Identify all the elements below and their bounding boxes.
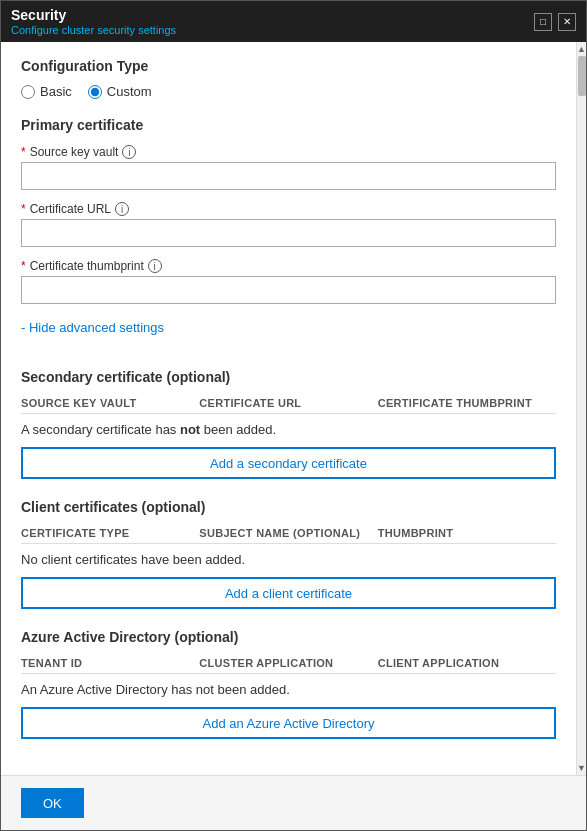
- aad-table-header: Tenant ID Cluster Application Client App…: [21, 653, 556, 674]
- source-key-vault-label-text: Source key vault: [30, 145, 119, 159]
- client-cert-col-2: Subject Name (Optional): [199, 527, 377, 539]
- secondary-cert-title: Secondary certificate (optional): [21, 369, 556, 385]
- radio-basic-text: Basic: [40, 84, 72, 99]
- client-cert-col-1: Certificate Type: [21, 527, 199, 539]
- aad-col-3: Client Application: [378, 657, 556, 669]
- aad-section: Azure Active Directory (optional) Tenant…: [21, 629, 556, 739]
- sec-cert-col-2: Certificate URL: [199, 397, 377, 409]
- title-bar-left: Security Configure cluster security sett…: [11, 7, 176, 36]
- certificate-thumbprint-label-text: Certificate thumbprint: [30, 259, 144, 273]
- sec-cert-col-1: Source Key Vault: [21, 397, 199, 409]
- window-title: Security: [11, 7, 176, 23]
- aad-empty-message: An Azure Active Directory has not been a…: [21, 682, 556, 697]
- hide-advanced-link[interactable]: - Hide advanced settings: [21, 320, 164, 335]
- config-type-title: Configuration Type: [21, 58, 556, 74]
- primary-cert-title: Primary certificate: [21, 117, 556, 133]
- main-content: Configuration Type Basic Custom Primary …: [1, 42, 576, 775]
- client-cert-col-3: Thumbprint: [378, 527, 556, 539]
- primary-cert-section: Primary certificate * Source key vault i…: [21, 117, 556, 349]
- certificate-url-label-text: Certificate URL: [30, 202, 111, 216]
- certificate-thumbprint-group: * Certificate thumbprint i: [21, 259, 556, 304]
- certificate-thumbprint-label: * Certificate thumbprint i: [21, 259, 556, 273]
- source-key-vault-input[interactable]: [21, 162, 556, 190]
- aad-col-2: Cluster Application: [199, 657, 377, 669]
- required-star-3: *: [21, 259, 26, 273]
- source-key-vault-group: * Source key vault i: [21, 145, 556, 190]
- secondary-cert-table-header: Source Key Vault Certificate URL Certifi…: [21, 393, 556, 414]
- secondary-cert-empty-message: A secondary certificate has not been add…: [21, 422, 556, 437]
- required-star-1: *: [21, 145, 26, 159]
- radio-basic-label[interactable]: Basic: [21, 84, 72, 99]
- window-subtitle: Configure cluster security settings: [11, 24, 176, 36]
- source-key-vault-label: * Source key vault i: [21, 145, 556, 159]
- sec-cert-col-3: Certificate Thumbprint: [378, 397, 556, 409]
- scroll-up-arrow[interactable]: ▲: [577, 44, 586, 54]
- ok-button[interactable]: OK: [21, 788, 84, 818]
- config-type-section: Configuration Type Basic Custom: [21, 58, 556, 99]
- secondary-cert-section: Secondary certificate (optional) Source …: [21, 369, 556, 479]
- config-type-row: Basic Custom: [21, 84, 556, 99]
- minimize-button[interactable]: □: [534, 13, 552, 31]
- add-client-cert-button[interactable]: Add a client certificate: [21, 577, 556, 609]
- certificate-thumbprint-info-icon[interactable]: i: [148, 259, 162, 273]
- scroll-down-arrow[interactable]: ▼: [577, 763, 586, 773]
- security-window: Security Configure cluster security sett…: [0, 0, 587, 831]
- aad-col-1: Tenant ID: [21, 657, 199, 669]
- client-cert-empty-message: No client certificates have been added.: [21, 552, 556, 567]
- add-aad-button[interactable]: Add an Azure Active Directory: [21, 707, 556, 739]
- radio-custom-text: Custom: [107, 84, 152, 99]
- title-bar: Security Configure cluster security sett…: [1, 1, 586, 42]
- certificate-url-input[interactable]: [21, 219, 556, 247]
- title-bar-controls: □ ✕: [534, 13, 576, 31]
- radio-custom-label[interactable]: Custom: [88, 84, 152, 99]
- client-certs-section: Client certificates (optional) Certifica…: [21, 499, 556, 609]
- close-button[interactable]: ✕: [558, 13, 576, 31]
- certificate-url-info-icon[interactable]: i: [115, 202, 129, 216]
- certificate-url-label: * Certificate URL i: [21, 202, 556, 216]
- scroll-track: ▲ ▼: [576, 42, 586, 775]
- add-secondary-cert-button[interactable]: Add a secondary certificate: [21, 447, 556, 479]
- content-area: Configuration Type Basic Custom Primary …: [1, 42, 586, 775]
- scroll-thumb[interactable]: [578, 56, 586, 96]
- aad-title: Azure Active Directory (optional): [21, 629, 556, 645]
- radio-basic[interactable]: [21, 85, 35, 99]
- client-cert-table-header: Certificate Type Subject Name (Optional)…: [21, 523, 556, 544]
- source-key-vault-info-icon[interactable]: i: [122, 145, 136, 159]
- footer: OK: [1, 775, 586, 830]
- radio-custom[interactable]: [88, 85, 102, 99]
- certificate-thumbprint-input[interactable]: [21, 276, 556, 304]
- required-star-2: *: [21, 202, 26, 216]
- client-certs-title: Client certificates (optional): [21, 499, 556, 515]
- certificate-url-group: * Certificate URL i: [21, 202, 556, 247]
